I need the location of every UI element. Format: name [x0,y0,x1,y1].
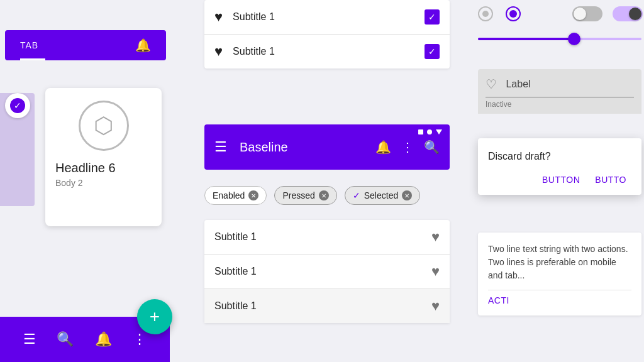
list-subtitle: Subtitle 1 [214,231,431,243]
chip-pressed[interactable]: Pressed ✕ [274,186,336,205]
fab-button[interactable]: + [137,299,172,334]
list-subtitle-1: Subtitle 1 [233,11,425,23]
checkmark-icon: ✓ [14,101,21,111]
list-subtitle-2: Subtitle 1 [233,46,425,57]
radio-button-unselected[interactable] [478,6,493,21]
tab-bar[interactable]: TAB 🔔 [5,30,166,60]
bell-icon[interactable]: 🔔 [95,331,112,348]
slider-fill [478,38,576,40]
status-icons [418,129,442,134]
card-body: Body 2 [55,178,83,188]
app-bar-action-icons: 🔔 ⋮ 🔍 [375,140,440,155]
chips-row: Enabled ✕ Pressed ✕ ✓ Selected ✕ [204,186,420,205]
card: ⬡ Headline 6 Body 2 [45,88,162,226]
input-label: Label [506,79,530,89]
dialog-actions: BUTTON BUTTO [488,172,631,187]
toggle-knob [629,8,641,20]
tab-bar-bell-icon: 🔔 [135,38,151,53]
radio-button-selected[interactable] [506,6,521,21]
chip-label: Selected [364,190,398,200]
chip-close-icon[interactable]: ✕ [248,190,258,200]
toggle-group [572,6,643,21]
radio-dot [482,11,489,17]
chip-enabled[interactable]: Enabled ✕ [204,186,267,205]
checkbox-checked[interactable]: ✓ [425,9,440,25]
card-icon-circle: ⬡ [79,101,129,151]
radio-group [478,6,521,21]
material-design-icon: ⬡ [94,112,113,139]
chip-label: Pressed [282,190,314,200]
dialog-title: Discard draft? [488,151,631,162]
chip-close-icon[interactable]: ✕ [402,190,412,200]
status-triangle-icon [436,129,442,134]
app-bar: ☰ Baseline 🔔 ⋮ 🔍 [204,124,450,170]
radio-dot-active [509,10,517,18]
dialog: Discard draft? BUTTON BUTTO [478,138,641,195]
slider-track [478,38,641,40]
list-item[interactable]: Subtitle 1 ♥ [204,220,450,255]
text-card-action[interactable]: ACTI [488,295,631,305]
list-item[interactable]: Subtitle 1 ♥ [204,289,450,323]
list-bottom: Subtitle 1 ♥ Subtitle 1 ♥ Subtitle 1 ♥ [204,220,450,323]
input-helper-text: Inactive [486,100,634,109]
chip-selected[interactable]: ✓ Selected ✕ [345,186,420,205]
app-bar-title: Baseline [240,140,375,155]
list-top: ♥ Subtitle 1 ✓ ♥ Subtitle 1 ✓ [204,0,450,69]
tab-bar-indicator [20,58,45,60]
list-subtitle: Subtitle 1 [214,266,431,277]
search-icon[interactable]: 🔍 [57,331,74,348]
toggle-off[interactable] [572,6,602,21]
menu-icon[interactable]: ☰ [214,139,227,155]
dialog-button-2[interactable]: BUTTO [590,172,631,187]
divider [488,290,631,290]
left-panel: TAB 🔔 ✓ ⬡ Headline 6 Body 2 + ☰ 🔍 🔔 ⋮ [0,0,170,362]
check-icon: ✓ [428,12,436,22]
list-subtitle: Subtitle 1 [214,300,431,312]
search-icon[interactable]: 🔍 [424,140,440,155]
heart-icon[interactable]: ♥ [431,229,440,245]
bell-icon[interactable]: 🔔 [375,140,391,155]
menu-icon[interactable]: ☰ [23,331,36,348]
slider[interactable] [478,38,641,40]
heart-icon[interactable]: ♥ [431,263,440,280]
chip-close-icon[interactable]: ✕ [319,190,329,200]
list-item[interactable]: Subtitle 1 ♥ [204,255,450,289]
toggle-on[interactable] [613,6,643,21]
toggle-knob [574,8,586,20]
share-icon[interactable]: ⋮ [133,331,147,348]
list-item[interactable]: ♥ Subtitle 1 ✓ [204,0,450,35]
heart-input-icon: ♡ [486,77,497,91]
checkbox-checked[interactable]: ✓ [425,44,440,59]
middle-panel: ♥ Subtitle 1 ✓ ♥ Subtitle 1 ✓ ☰ Baseline… [204,0,453,362]
checkbox-circle-inner: ✓ [10,98,25,113]
heart-icon: ♥ [214,43,223,60]
check-icon: ✓ [428,47,436,57]
input-underline [486,97,634,97]
status-dot-icon [427,129,432,134]
text-card: Two line text string with two actions. T… [478,233,641,315]
tab-bar-label: TAB [20,40,38,50]
heart-icon: ♥ [214,9,223,25]
checkbox-circle[interactable]: ✓ [5,93,30,118]
chip-check-icon: ✓ [353,190,360,200]
share-icon[interactable]: ⋮ [401,140,414,155]
dialog-button-1[interactable]: BUTTON [537,172,585,187]
text-input[interactable]: ♡ Label Inactive [478,69,641,114]
heart-icon[interactable]: ♥ [431,298,440,314]
card-title: Headline 6 [55,161,116,175]
status-square-icon [418,129,423,134]
list-item[interactable]: ♥ Subtitle 1 ✓ [204,35,450,69]
chip-label: Enabled [213,190,245,200]
text-card-body: Two line text string with two actions. T… [488,243,631,282]
slider-thumb[interactable] [568,33,580,45]
fab-plus-icon: + [150,307,160,327]
right-panel: ♡ Label Inactive Discard draft? BUTTON B… [472,0,644,362]
